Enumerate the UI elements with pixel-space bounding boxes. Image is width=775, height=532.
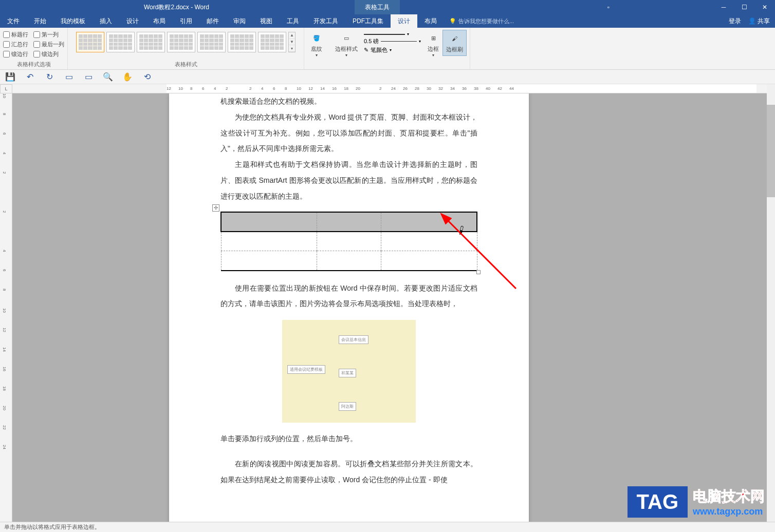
table-style-thumb[interactable] [167, 32, 195, 52]
group-label: 表格样式选项 [17, 61, 51, 68]
border-style-icon: ▭ [340, 32, 353, 44]
horizontal-ruler[interactable]: 1210864224681012141618202242628303234363… [12, 84, 767, 93]
border-painter-icon: 🖌 [449, 32, 461, 45]
pen-icon: ✎ [364, 47, 368, 53]
shading-button[interactable]: 🪣 底纹 ▾ [307, 30, 326, 60]
document-table[interactable]: ✢ 🖌 [220, 212, 477, 271]
status-text: 单击并拖动以将格式应用于表格边框。 [4, 523, 100, 531]
ruler-corner[interactable]: L [0, 84, 12, 93]
paint-bucket-icon: 🪣 [310, 32, 323, 44]
chevron-down-icon: ▾ [316, 53, 318, 58]
table-style-thumb[interactable] [137, 32, 165, 52]
pen-weight-dropdown[interactable]: 0.5 磅 ▾ [364, 37, 421, 45]
tab-layout[interactable]: 布局 [146, 14, 173, 28]
gallery-expand[interactable]: ▲▼▾ [288, 32, 296, 52]
table-styles-group: ▲▼▾ 表格样式 [68, 28, 304, 69]
tab-view[interactable]: 视图 [253, 14, 280, 28]
pen-color-dropdown[interactable]: ✎笔颜色 ▾ [364, 46, 421, 54]
tab-file[interactable]: 文件 [0, 14, 27, 28]
document-page: 机搜索最适合您的文档的视频。 为使您的文档具有专业外观，Word 提供了页眉、页… [169, 93, 529, 522]
scrollbar-thumb[interactable] [767, 105, 775, 197]
qat-button[interactable]: ⟲ [142, 72, 152, 82]
banded-columns-checkbox[interactable]: 镶边列 [33, 50, 64, 58]
last-column-checkbox[interactable]: 最后一列 [33, 41, 64, 48]
tab-table-design[interactable]: 设计 [391, 14, 417, 28]
table-style-thumb[interactable] [197, 32, 226, 52]
qat-button[interactable]: ✋ [122, 72, 133, 82]
tab-references[interactable]: 引用 [173, 14, 199, 28]
chevron-down-icon: ▾ [432, 53, 434, 58]
borders-button[interactable]: ⊞ 边框 ▾ [424, 30, 442, 60]
save-button[interactable]: 💾 [5, 72, 15, 82]
diagram-node: 会议基本信息 [339, 335, 368, 344]
table-style-thumb[interactable] [258, 32, 286, 52]
tag-logo: TAG [628, 486, 688, 518]
qat-button[interactable]: ▭ [64, 72, 74, 82]
border-styles-button[interactable]: ▭ 边框样式 ▾ [332, 30, 361, 60]
redo-button[interactable]: ↻ [44, 72, 54, 82]
table-resize-handle[interactable] [476, 270, 481, 274]
tab-tools[interactable]: 工具 [280, 14, 306, 28]
table-style-thumb[interactable] [228, 32, 256, 52]
sign-in-link[interactable]: 登录 [729, 17, 741, 26]
ribbon-display-options-icon[interactable]: ▫ [604, 4, 613, 11]
embedded-diagram: 通用会议纪要模板 会议基本信息 和某某 阿达斯 [282, 320, 416, 423]
vertical-ruler[interactable]: 10864224681012141618202224 [0, 93, 12, 522]
paragraph: 单击要添加行或列的位置，然后单击加号。 [220, 431, 477, 447]
tab-home[interactable]: 开始 [27, 14, 53, 28]
chevron-down-icon: ▾ [390, 48, 392, 52]
total-row-checkbox[interactable]: 汇总行 [3, 41, 28, 48]
paragraph: 机搜索最适合您的文档的视频。 [220, 93, 477, 109]
tab-pdf-tools[interactable]: PDF工具集 [345, 14, 391, 28]
borders-icon: ⊞ [427, 32, 439, 44]
paragraph: 为使您的文档具有专业外观，Word 提供了页眉、页脚、封面和文本框设计，这些设计… [220, 109, 477, 157]
header-row-checkbox[interactable]: 标题行 [3, 31, 28, 39]
qat-button[interactable]: ▭ [83, 72, 94, 82]
quick-access-toolbar: 💾 ↶ ↻ ▭ ▭ 🔍 ✋ ⟲ [0, 70, 775, 84]
lightbulb-icon: 💡 [449, 18, 456, 25]
document-area: 机搜索最适合您的文档的视频。 为使您的文档具有专业外观，Word 提供了页眉、页… [12, 93, 767, 522]
banded-rows-checkbox[interactable]: 镶边行 [3, 50, 28, 58]
tell-me-search[interactable]: 💡 告诉我您想要做什么... [444, 14, 519, 28]
tab-mailings[interactable]: 邮件 [199, 14, 226, 28]
paragraph: 在新的阅读视图中阅读更加容易。可以折叠文档某些部分并关注所需文本。如果在达到结尾… [220, 456, 477, 488]
watermark-title: 电脑技术网 [693, 487, 765, 506]
tab-table-layout[interactable]: 布局 [417, 14, 444, 28]
table-style-thumb[interactable] [76, 32, 104, 52]
close-button[interactable]: ✕ [754, 0, 775, 14]
chevron-down-icon: ▾ [345, 53, 347, 58]
shading-group: 🪣 底纹 ▾ [304, 28, 329, 69]
tab-developer[interactable]: 开发工具 [306, 14, 345, 28]
first-column-checkbox[interactable]: 第一列 [33, 31, 64, 39]
table-styles-gallery: ▲▼▾ [76, 30, 296, 52]
tab-my-templates[interactable]: 我的模板 [53, 14, 93, 28]
table-move-handle[interactable]: ✢ [212, 204, 219, 212]
chevron-down-icon: ▾ [407, 32, 409, 36]
table-style-thumb[interactable] [106, 32, 135, 52]
maximize-button[interactable]: ☐ [734, 0, 754, 14]
line-style-dropdown[interactable]: ▾ [364, 32, 421, 36]
share-button[interactable]: 👤 共享 [748, 17, 770, 26]
watermark-url: www.tagxp.com [693, 506, 765, 517]
ribbon-tabs: 文件 开始 我的模板 插入 设计 布局 引用 邮件 审阅 视图 工具 开发工具 … [0, 14, 775, 28]
borders-group: ▭ 边框样式 ▾ ▾ 0.5 磅 ▾ ✎笔颜色 ▾ ⊞ 边框 ▾ 🖌 边框刷 边… [329, 28, 470, 69]
title-bar: Word教程2.docx - Word 表格工具 ▫ ─ ☐ ✕ [0, 0, 775, 14]
tab-review[interactable]: 审阅 [226, 14, 253, 28]
paragraph: 使用在需要位置出现的新按钮在 Word 中保存时间。若要更改图片适应文档的方式，… [220, 280, 477, 312]
border-painter-button[interactable]: 🖌 边框刷 [442, 30, 467, 56]
vertical-scrollbar[interactable] [767, 84, 775, 522]
ribbon: 标题行 第一列 汇总行 最后一列 镶边行 镶边列 表格样式选项 ▲▼▾ 表格样式… [0, 28, 775, 70]
group-label: 表格样式 [175, 61, 197, 68]
table-tools-contextual-tab: 表格工具 [355, 0, 400, 14]
tab-insert[interactable]: 插入 [93, 14, 119, 28]
diagram-node: 阿达斯 [339, 402, 356, 411]
qat-button[interactable]: 🔍 [103, 72, 113, 82]
tab-design[interactable]: 设计 [119, 14, 146, 28]
diagram-node: 和某某 [339, 369, 356, 377]
minimize-button[interactable]: ─ [713, 0, 734, 14]
pen-controls: ▾ 0.5 磅 ▾ ✎笔颜色 ▾ [361, 30, 424, 56]
watermark: TAG 电脑技术网 www.tagxp.com [628, 486, 765, 518]
undo-button[interactable]: ↶ [25, 72, 35, 82]
paragraph: 主题和样式也有助于文档保持协调。当您单击设计并选择新的主题时，图片、图表或 Sm… [220, 157, 477, 204]
chevron-down-icon: ▾ [419, 39, 421, 44]
